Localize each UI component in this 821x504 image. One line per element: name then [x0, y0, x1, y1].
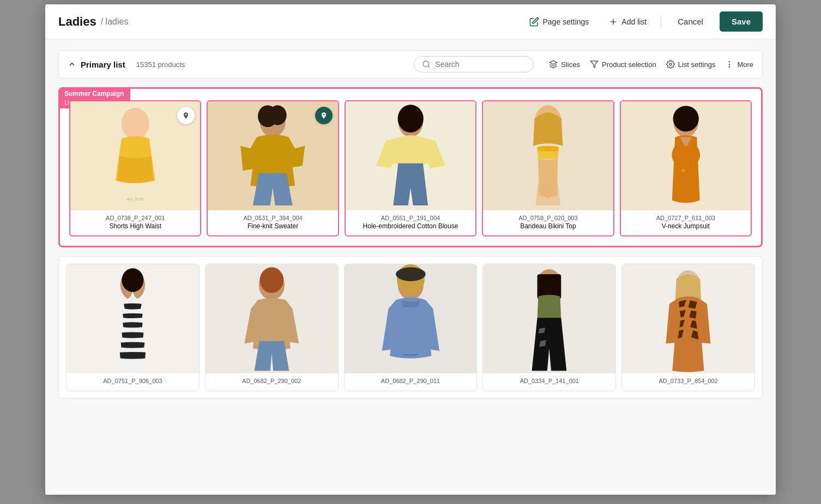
- more-button[interactable]: More: [725, 60, 753, 69]
- product-name: Hole-embroidered Cotton Blouse: [351, 222, 470, 230]
- header-divider: [661, 16, 661, 28]
- svg-point-7: [729, 64, 730, 64]
- product-id: AD_0551_P_191_004: [351, 215, 470, 221]
- product-image: [208, 101, 337, 210]
- page-settings-icon: [529, 17, 539, 27]
- svg-point-13: [269, 105, 287, 125]
- campaign-products-grid: AD_0738 AD_0738_P_247_001 Shorts High Wa…: [60, 89, 761, 246]
- pin-icon-2: [315, 107, 333, 124]
- product-name: Fine-knit Sweater: [213, 222, 332, 230]
- more-icon: [725, 60, 734, 69]
- product-id: AD_0682_P_290_002: [211, 378, 333, 384]
- product-info: AD_0733_P_854_002: [622, 373, 754, 391]
- product-card[interactable]: AD_0759_P_020_003 Bandeau Bikini Top: [482, 100, 614, 236]
- search-box[interactable]: [414, 56, 534, 72]
- normal-products-grid: AD_0751_P_906_003: [59, 257, 762, 398]
- product-count: 15351 products: [136, 60, 185, 69]
- normal-product-card[interactable]: AD_0682_P_290_002: [205, 264, 339, 391]
- product-card[interactable]: AD_0551_P_191_004 Hole-embroidered Cotto…: [345, 100, 476, 236]
- product-id: AD_0682_P_290_011: [350, 378, 472, 384]
- svg-point-29: [396, 267, 426, 281]
- more-label: More: [737, 60, 753, 69]
- product-name: Shorts High Waist: [76, 222, 195, 230]
- page-settings-label: Page settings: [542, 17, 589, 26]
- product-id: AD_0733_P_854_002: [627, 378, 749, 384]
- product-info: AD_0751_P_906_003: [67, 373, 199, 391]
- svg-line-3: [428, 66, 430, 68]
- model-figure: [621, 101, 751, 210]
- normal-product-card[interactable]: AD_0733_P_854_002: [621, 264, 755, 391]
- collapse-list-button[interactable]: Primary list: [68, 60, 125, 69]
- svg-text:AD_0738: AD_0738: [127, 197, 143, 202]
- primary-list-label: Primary list: [81, 60, 125, 69]
- product-card[interactable]: AD_0727_P_611_003 V-neck Jumpsuit: [620, 100, 752, 236]
- product-image: [483, 264, 615, 373]
- header-actions: Page settings Add list Cancel Save: [524, 11, 763, 32]
- product-image: AD_0738: [70, 101, 200, 210]
- model-figure: [483, 101, 613, 210]
- normal-product-card[interactable]: AD_0334_P_141_001: [482, 264, 616, 391]
- svg-point-15: [397, 105, 423, 132]
- slices-label: Slices: [561, 60, 580, 69]
- product-id: AD_0759_P_020_003: [488, 215, 607, 221]
- product-info: AD_0738_P_247_001 Shorts High Waist: [70, 210, 200, 235]
- normal-product-card[interactable]: AD_0682_P_290_011: [344, 264, 478, 391]
- svg-point-6: [729, 62, 730, 62]
- product-info: AD_0727_P_611_003 V-neck Jumpsuit: [621, 210, 751, 235]
- model-figure: [67, 264, 199, 373]
- svg-point-2: [423, 61, 429, 67]
- svg-point-9: [122, 108, 149, 139]
- svg-point-24: [122, 268, 143, 292]
- model-figure: [483, 264, 615, 373]
- product-name: Bandeau Bikini Top: [488, 222, 607, 230]
- page-settings-button[interactable]: Page settings: [524, 14, 594, 30]
- list-settings-button[interactable]: List settings: [666, 60, 716, 69]
- product-image: [621, 101, 751, 210]
- product-selection-button[interactable]: Product selection: [590, 60, 656, 69]
- product-image: [622, 264, 754, 373]
- modal-overlay: Ladies / ladies Page settings Add list: [0, 0, 821, 504]
- product-image: [346, 101, 475, 210]
- product-name: V-neck Jumpsuit: [626, 222, 745, 230]
- product-image: [206, 264, 338, 373]
- filter-icon: [590, 60, 599, 69]
- modal: Ladies / ladies Page settings Add list: [45, 4, 776, 495]
- svg-point-8: [729, 66, 730, 67]
- product-info: AD_0759_P_020_003 Bandeau Bikini Top: [483, 210, 613, 235]
- product-card[interactable]: AD_0531_P_394_004 Fine-knit Sweater: [207, 100, 339, 236]
- normal-products-section: AD_0751_P_906_003: [58, 256, 763, 399]
- svg-marker-4: [590, 61, 597, 68]
- product-id: AD_0738_P_247_001: [76, 215, 195, 221]
- product-selection-label: Product selection: [602, 60, 656, 69]
- modal-content: Primary list 15351 products: [45, 39, 776, 495]
- page-title: Ladies: [58, 15, 96, 29]
- normal-product-card[interactable]: AD_0751_P_906_003: [66, 264, 200, 391]
- svg-point-21: [682, 169, 685, 172]
- svg-point-18: [673, 106, 698, 131]
- chevron-up-icon: [68, 60, 76, 69]
- product-image: [345, 264, 477, 373]
- product-id: AD_0531_P_394_004: [213, 215, 332, 221]
- model-figure: [206, 264, 338, 373]
- product-id: AD_0334_P_141_001: [488, 378, 610, 384]
- modal-header: Ladies / ladies Page settings Add list: [45, 4, 776, 39]
- list-toolbar: Primary list 15351 products: [58, 50, 763, 78]
- save-button[interactable]: Save: [720, 11, 763, 32]
- search-input[interactable]: [435, 60, 517, 69]
- campaign-section: Summer Campaign Limited slice: [58, 87, 763, 247]
- slices-button[interactable]: Slices: [549, 60, 580, 69]
- campaign-name: Summer Campaign: [64, 90, 124, 99]
- model-figure: [345, 264, 477, 373]
- product-info: AD_0682_P_290_011: [345, 373, 477, 391]
- product-info: AD_0551_P_191_004 Hole-embroidered Cotto…: [346, 210, 475, 235]
- add-list-label: Add list: [621, 17, 647, 26]
- slices-icon: [549, 60, 558, 69]
- product-card[interactable]: AD_0738 AD_0738_P_247_001 Shorts High Wa…: [69, 100, 201, 236]
- add-list-button[interactable]: Add list: [603, 14, 652, 30]
- product-id: AD_0751_P_906_003: [72, 378, 194, 384]
- svg-point-26: [259, 267, 283, 293]
- toolbar-actions: Slices Product selection List setti: [549, 60, 753, 69]
- cancel-button[interactable]: Cancel: [670, 13, 711, 31]
- settings-icon: [666, 60, 675, 69]
- product-info: AD_0682_P_290_002: [206, 373, 338, 391]
